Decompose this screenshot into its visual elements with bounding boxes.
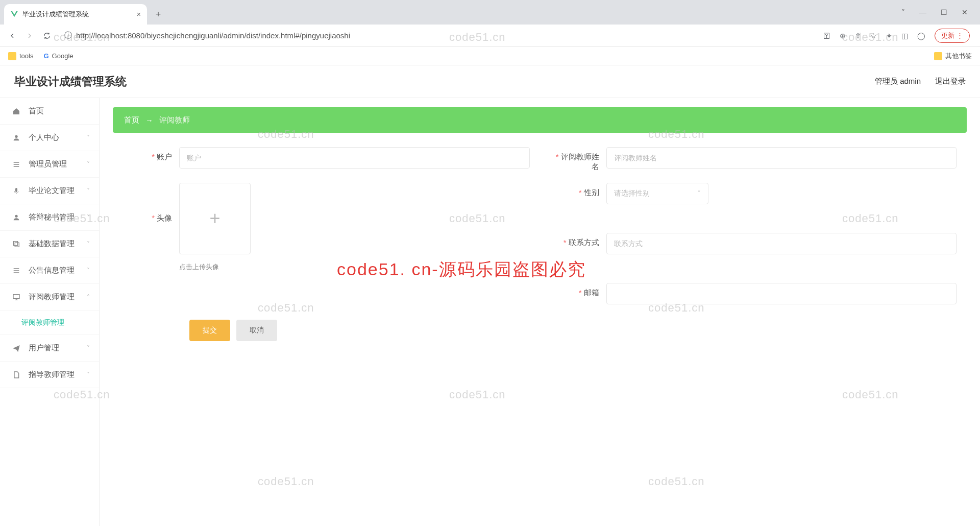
sidebar-item-profile[interactable]: 个人中心˅ [0,125,99,151]
url-field[interactable]: ⓘ http://localhost:8080/biyeshejichengji… [58,28,814,44]
avatar-hint: 点击上传头像 [179,262,251,272]
cancel-button[interactable]: 取消 [236,320,277,341]
send-icon [11,344,21,352]
home-icon [11,107,21,115]
svg-rect-1 [15,188,17,192]
email-input[interactable] [606,283,957,304]
svg-rect-3 [15,243,19,247]
address-bar: ⓘ http://localhost:8080/biyeshejichengji… [0,25,980,47]
bookmark-star-icon[interactable]: ☆ [870,32,877,40]
account-input[interactable] [179,147,530,169]
current-user-label[interactable]: 管理员 admin [875,77,921,86]
svg-point-0 [15,135,17,137]
file-icon [11,371,21,379]
window-minimize-icon[interactable]: — [919,8,926,16]
app-title: 毕业设计成绩管理系统 [14,74,127,89]
key-icon[interactable]: ⚿ [823,32,830,40]
field-teacher-name: *评阅教师姓名 [550,147,957,172]
sidebar-item-notice[interactable]: 公告信息管理˅ [0,257,99,284]
chrome-update-button[interactable]: 更新⋮ [935,29,970,43]
form-actions: 提交 取消 [123,320,957,341]
browser-tab[interactable]: 毕业设计成绩管理系统 × [4,4,147,25]
new-tab-button[interactable]: + [150,6,166,22]
toolbar-icons: ⚿ ⊕ ⇪ ☆ ✦ ◫ ◯ 更新⋮ [819,29,974,43]
back-button[interactable] [6,30,18,42]
sidebar: 首页 个人中心˅ 管理员管理˅ 毕业论文管理˅ 答辩秘书管理˅ 基础数据管理˅ … [0,98,100,526]
copy-icon [11,240,21,248]
sidebar-item-supervisor[interactable]: 指导教师管理˅ [0,362,99,388]
main-content: 首页 → 评阅教师 *账户 *评阅教师姓名 *头像 + 点击上传头像 [100,98,980,526]
tab-close-icon[interactable]: × [137,10,141,18]
svg-point-2 [15,214,17,217]
breadcrumb-home[interactable]: 首页 [124,115,139,125]
sidebar-item-reviewer[interactable]: 评阅教师管理˄ [0,284,99,310]
arrow-icon: → [145,116,153,125]
reload-button[interactable] [41,30,53,42]
sidebar-item-basedata[interactable]: 基础数据管理˅ [0,231,99,257]
vue-favicon-icon [10,10,18,18]
monitor-icon [11,293,21,301]
bookmark-other[interactable]: 其他书签 [934,52,972,61]
chevron-down-icon: ˅ [87,345,90,352]
sidebar-subitem-reviewer-manage[interactable]: 评阅教师管理 [0,310,99,335]
breadcrumb: 首页 → 评阅教师 [113,107,967,133]
sidebar-item-user[interactable]: 用户管理˅ [0,335,99,362]
share-icon[interactable]: ⇪ [855,32,861,40]
chevron-down-icon: ˅ [87,161,90,168]
folder-icon [8,52,16,60]
chevron-down-icon: ˅ [87,241,90,248]
url-text: http://localhost:8080/biyeshejichengjigu… [76,31,350,40]
chevron-down-icon: ˅ [87,214,90,221]
sidebar-item-home[interactable]: 首页 [0,98,99,125]
app-header: 毕业设计成绩管理系统 管理员 admin 退出登录 [0,65,980,98]
teacher-name-input[interactable] [606,147,957,169]
svg-rect-4 [14,241,18,245]
folder-icon [934,52,942,60]
forward-button[interactable] [23,30,36,42]
window-maximize-icon[interactable]: ☐ [941,8,947,16]
field-email: *邮箱 [550,283,957,304]
google-icon: G [43,52,48,60]
tab-strip: 毕业设计成绩管理系统 × + ˅ — ☐ ✕ [0,0,980,25]
reviewer-form: *账户 *评阅教师姓名 *头像 + 点击上传头像 *性别 请选择性别˅ [113,133,967,355]
field-gender: *性别 请选择性别˅ [550,183,957,222]
breadcrumb-current: 评阅教师 [159,115,190,125]
submit-button[interactable]: 提交 [189,320,230,341]
field-avatar: *头像 + 点击上传头像 [123,183,530,272]
bookmark-google[interactable]: GGoogle [43,52,73,60]
window-controls: ˅ — ☐ ✕ [889,0,980,25]
field-contact: *联系方式 [550,233,957,272]
logout-link[interactable]: 退出登录 [935,77,966,86]
chevron-down-icon: ˅ [87,134,90,141]
list-icon [11,160,21,169]
chevron-down-icon: ˅ [87,371,90,378]
chevron-down-icon: ˅ [87,187,90,195]
profile-icon[interactable]: ◯ [917,32,925,40]
window-close-icon[interactable]: ✕ [962,8,968,16]
sidebar-item-admin[interactable]: 管理员管理˅ [0,151,99,178]
window-dropdown-icon[interactable]: ˅ [901,8,905,16]
site-info-icon[interactable]: ⓘ [64,31,72,40]
plus-icon: + [209,208,220,229]
list-icon [11,267,21,275]
extensions-icon[interactable]: ✦ [886,32,892,40]
bookmarks-bar: tools GGoogle 其他书签 [0,47,980,65]
gender-select[interactable]: 请选择性别˅ [606,183,708,204]
sidepanel-icon[interactable]: ◫ [901,32,908,40]
bookmark-tools[interactable]: tools [8,52,33,60]
person-icon [11,213,21,222]
tab-title: 毕业设计成绩管理系统 [22,10,133,19]
field-account: *账户 [123,147,530,172]
svg-rect-5 [13,294,19,298]
zoom-icon[interactable]: ⊕ [840,32,846,40]
chevron-down-icon: ˅ [697,189,701,198]
sidebar-item-thesis[interactable]: 毕业论文管理˅ [0,178,99,204]
avatar-upload[interactable]: + [179,183,251,254]
chevron-down-icon: ˅ [87,267,90,274]
contact-input[interactable] [606,233,957,254]
sidebar-item-defense[interactable]: 答辩秘书管理˅ [0,204,99,231]
chevron-up-icon: ˄ [87,294,90,301]
user-icon [11,134,21,142]
mic-icon [11,187,21,195]
